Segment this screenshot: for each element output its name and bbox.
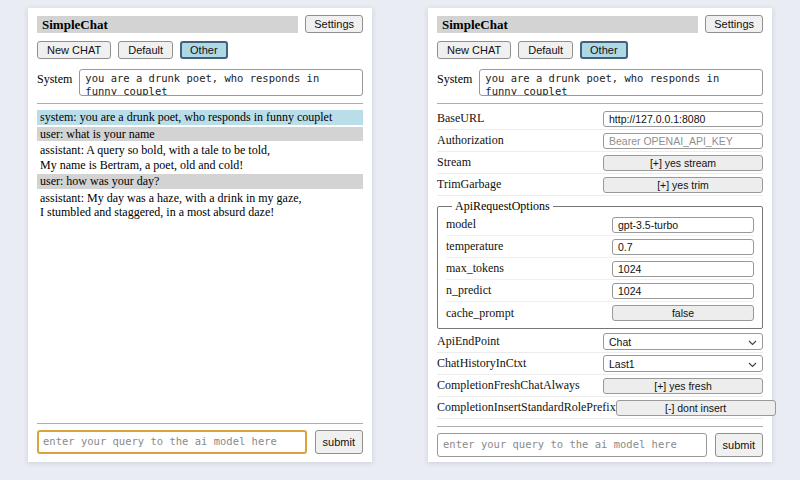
completionfreshchatalways-toggle-button[interactable]: [+] yes fresh — [603, 378, 763, 394]
chat-session-bar: New CHATDefaultOther — [437, 41, 763, 59]
chat-message-assistant: assistant: My day was a haze, with a dri… — [37, 191, 363, 220]
baseurl-input[interactable] — [603, 111, 763, 127]
divider — [437, 103, 763, 104]
max-tokens-input[interactable] — [612, 261, 754, 277]
setting-row-model: model — [446, 214, 754, 236]
settings-top-rows: BaseURLAuthorizationStream[+] yes stream… — [437, 108, 763, 196]
chat-message-assistant: assistant: A query so bold, with a tale … — [37, 143, 363, 172]
api-request-options-rows: modeltemperaturemax_tokensn_predictcache… — [446, 214, 754, 324]
setting-label-baseurl: BaseURL — [437, 111, 603, 126]
query-row: submit — [437, 433, 763, 457]
apiendpoint-select[interactable]: Chat — [603, 333, 763, 350]
chat-message-user: user: how was your day? — [37, 174, 363, 189]
setting-label-authorization: Authorization — [437, 133, 603, 148]
setting-row-completioninsertstandardroleprefix: CompletionInsertStandardRolePrefix[-] do… — [437, 397, 763, 419]
setting-row-stream: Stream[+] yes stream — [437, 152, 763, 174]
setting-label-model: model — [446, 217, 612, 232]
chevron-down-icon — [748, 358, 757, 370]
stream-toggle-button[interactable]: [+] yes stream — [603, 155, 763, 171]
trimgarbage-toggle-button[interactable]: [+] yes trim — [603, 177, 763, 193]
setting-row-n-predict: n_predict — [446, 280, 754, 302]
setting-label-apiendpoint: ApiEndPoint — [437, 334, 603, 349]
setting-label-completionfreshchatalways: CompletionFreshChatAlways — [437, 378, 603, 393]
n-predict-input[interactable] — [612, 283, 754, 299]
query-input[interactable] — [37, 430, 307, 454]
setting-row-chathistoryinctxt: ChatHistoryInCtxtLast1 — [437, 353, 763, 375]
chat-session-button-other[interactable]: Other — [180, 41, 228, 59]
chat-message-list: system: you are a drunk poet, who respon… — [37, 110, 363, 220]
simplechat-window-chat: SimpleChat Settings New CHATDefaultOther… — [28, 8, 372, 462]
chat-message-user: user: what is your name — [37, 127, 363, 142]
completioninsertstandardroleprefix-toggle-button[interactable]: [-] dont insert — [616, 400, 776, 416]
settings-button[interactable]: Settings — [705, 15, 763, 33]
api-request-options-fieldset: ApiRequestOptions modeltemperaturemax_to… — [437, 199, 763, 329]
setting-label-cache-prompt: cache_prompt — [446, 306, 612, 321]
divider — [37, 423, 363, 424]
setting-label-max-tokens: max_tokens — [446, 261, 612, 276]
system-prompt-row: System you are a drunk poet, who respond… — [437, 69, 763, 96]
authorization-input[interactable] — [603, 133, 763, 149]
cache-prompt-toggle-button[interactable]: false — [612, 305, 754, 321]
settings-bottom-rows: ApiEndPointChatChatHistoryInCtxtLast1Com… — [437, 331, 763, 419]
setting-row-max-tokens: max_tokens — [446, 258, 754, 280]
submit-button[interactable]: submit — [315, 430, 363, 454]
settings-button[interactable]: Settings — [305, 15, 363, 33]
chat-session-button-default[interactable]: Default — [118, 41, 173, 59]
setting-label-completioninsertstandardroleprefix: CompletionInsertStandardRolePrefix — [437, 400, 616, 415]
setting-row-baseurl: BaseURL — [437, 108, 763, 130]
spacer — [37, 220, 363, 417]
system-prompt-row: System you are a drunk poet, who respond… — [37, 69, 363, 96]
settings-panel: BaseURLAuthorizationStream[+] yes stream… — [437, 108, 763, 419]
setting-row-cache-prompt: cache_promptfalse — [446, 302, 754, 324]
setting-row-completionfreshchatalways: CompletionFreshChatAlways[+] yes fresh — [437, 375, 763, 397]
api-request-options-legend: ApiRequestOptions — [452, 199, 553, 214]
setting-label-temperature: temperature — [446, 239, 612, 254]
system-label: System — [437, 69, 472, 87]
chevron-down-icon — [748, 336, 757, 348]
system-prompt-input[interactable]: you are a drunk poet, who responds in fu… — [479, 69, 763, 96]
chat-session-button-new-chat[interactable]: New CHAT — [37, 41, 111, 59]
chat-message-system: system: you are a drunk poet, who respon… — [37, 110, 363, 125]
setting-row-temperature: temperature — [446, 236, 754, 258]
query-input[interactable] — [437, 433, 707, 457]
setting-row-trimgarbage: TrimGarbage[+] yes trim — [437, 174, 763, 196]
chat-session-button-new-chat[interactable]: New CHAT — [437, 41, 511, 59]
titlebar: SimpleChat Settings — [437, 15, 763, 33]
chat-session-bar: New CHATDefaultOther — [37, 41, 363, 59]
chathistoryinctxt-selected-value: Last1 — [609, 358, 635, 370]
model-input[interactable] — [612, 217, 754, 233]
divider — [37, 103, 363, 104]
query-row: submit — [37, 430, 363, 454]
submit-button[interactable]: submit — [715, 433, 763, 457]
apiendpoint-selected-value: Chat — [609, 336, 631, 348]
setting-label-stream: Stream — [437, 155, 603, 170]
chat-session-button-default[interactable]: Default — [518, 41, 573, 59]
simplechat-window-settings: SimpleChat Settings New CHATDefaultOther… — [428, 8, 772, 462]
setting-label-n-predict: n_predict — [446, 283, 612, 298]
desktop-background: SimpleChat Settings New CHATDefaultOther… — [0, 0, 800, 480]
temperature-input[interactable] — [612, 239, 754, 255]
chat-session-button-other[interactable]: Other — [580, 41, 628, 59]
setting-row-authorization: Authorization — [437, 130, 763, 152]
system-prompt-input[interactable]: you are a drunk poet, who responds in fu… — [79, 69, 363, 96]
app-title: SimpleChat — [37, 16, 298, 33]
setting-label-trimgarbage: TrimGarbage — [437, 177, 603, 192]
setting-label-chathistoryinctxt: ChatHistoryInCtxt — [437, 356, 603, 371]
divider — [437, 426, 763, 427]
titlebar: SimpleChat Settings — [37, 15, 363, 33]
chathistoryinctxt-select[interactable]: Last1 — [603, 355, 763, 372]
app-title: SimpleChat — [437, 16, 698, 33]
system-label: System — [37, 69, 72, 87]
setting-row-apiendpoint: ApiEndPointChat — [437, 331, 763, 353]
